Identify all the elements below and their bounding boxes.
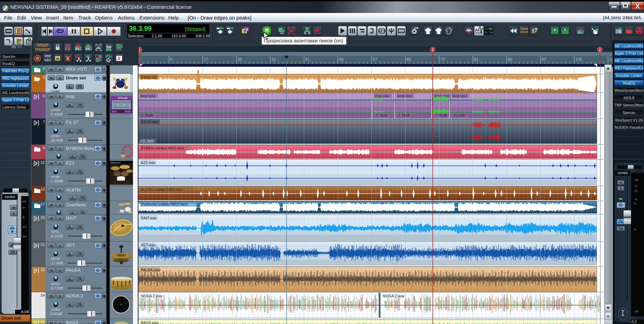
svg-text:Drum set: Drum set (141, 75, 156, 79)
svg-text:loop.wav: loop.wav (452, 94, 467, 98)
svg-text:-10.2dB: -10.2dB (452, 113, 465, 117)
svg-text:m: m (56, 56, 59, 61)
svg-text:89: 89 (508, 57, 512, 62)
svg-text:97: 97 (541, 57, 546, 62)
svg-text:9: 9 (170, 57, 172, 62)
svg-text:NOGA 2.wav: NOGA 2.wav (141, 294, 163, 298)
svg-text:25: 25 (238, 57, 242, 62)
svg-text:73: 73 (440, 57, 445, 62)
svg-text:1: 1 (139, 48, 141, 52)
svg-text:?: ? (534, 27, 538, 33)
svg-text:STYLUS: STYLUS (118, 97, 128, 99)
svg-text:3: 3 (432, 48, 434, 52)
svg-text:1: 1 (139, 57, 141, 62)
svg-text:S: S (67, 56, 69, 61)
svg-text:49: 49 (339, 57, 344, 62)
svg-text:FX: FX (76, 47, 80, 50)
svg-text:loop.wav: loop.wav (375, 94, 390, 98)
svg-text:17: 17 (204, 57, 209, 62)
svg-text:XET.wav: XET.wav (141, 243, 156, 247)
svg-text:Overheds untitled MIDI item: Overheds untitled MIDI item (141, 202, 187, 206)
svg-text:EZ1.wav: EZ1.wav (141, 160, 156, 165)
svg-text:105: 105 (575, 57, 582, 62)
svg-text:-2.78dB: -2.78dB (397, 113, 410, 117)
svg-text:65: 65 (406, 57, 411, 62)
svg-text:S: S (118, 56, 120, 61)
svg-text:2: 2 (439, 27, 441, 30)
svg-text:81: 81 (474, 57, 479, 62)
svg-text:FX: FX (86, 47, 90, 50)
svg-text:D: D (246, 28, 248, 31)
svg-text:41: 41 (305, 57, 310, 62)
svg-text:EZdrummer: EZdrummer (111, 161, 121, 164)
svg-text:-2.78dB: -2.78dB (374, 113, 388, 117)
svg-text:-7.55dB: -7.55dB (434, 113, 447, 117)
svg-text:FX: FX (578, 31, 582, 34)
svg-text:NOGA 2.wav: NOGA 2.wav (383, 294, 405, 298)
svg-text:57: 57 (373, 57, 377, 62)
svg-text:ALbTbl untitled MIDI item: ALbTbl untitled MIDI item (141, 187, 183, 192)
svg-text:2: 2 (599, 48, 601, 52)
svg-text:RAIT.wav: RAIT.wav (141, 216, 157, 220)
svg-text:2: 2 (449, 27, 451, 30)
svg-text:33: 33 (271, 57, 276, 62)
svg-text:-2.78dB: -2.78dB (140, 113, 153, 117)
svg-text:+11.9dB: +11.9dB (140, 139, 153, 143)
svg-text:2: 2 (428, 27, 430, 30)
svg-text:loop.wav: loop.wav (397, 94, 412, 98)
